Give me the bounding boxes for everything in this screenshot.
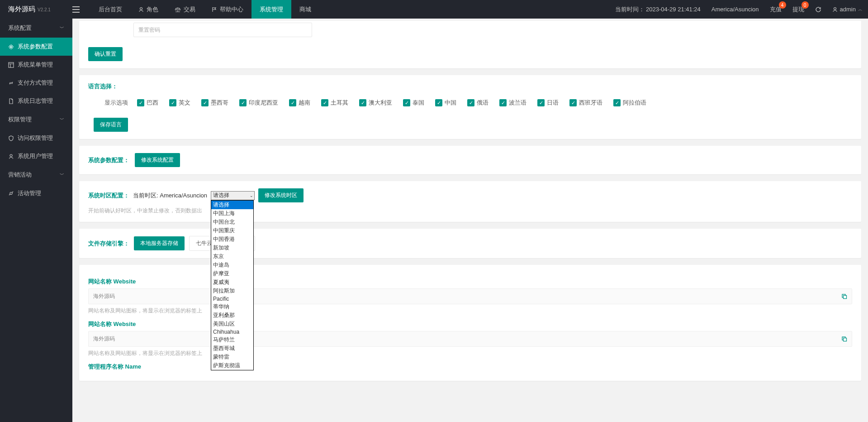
sidebar-item-menu[interactable]: 系统菜单管理 [0, 56, 72, 74]
lang-checkbox-item[interactable]: ✓土耳其 [321, 99, 348, 107]
user-icon [138, 7, 144, 12]
sidebar-item-params[interactable]: 系统参数配置 [0, 38, 72, 56]
lang-checkbox-item[interactable]: ✓澳大利亚 [359, 99, 392, 107]
nav-mall[interactable]: 商城 [291, 0, 319, 19]
timezone-option[interactable]: 东京 [211, 252, 253, 261]
header: 海外源码 V2.2.1 后台首页 角色 交易 帮助中心 系统管理 商城 当前时间… [0, 0, 868, 19]
sidebar-item-menu-label: 系统菜单管理 [18, 61, 53, 69]
sidebar-group-system[interactable]: 系统配置 ﹀ [0, 19, 72, 38]
checkbox-checked-icon: ✓ [201, 99, 209, 106]
timezone-option[interactable]: Chihuahua [211, 328, 253, 336]
lang-checkbox-item[interactable]: ✓泰国 [403, 99, 424, 107]
timezone-option[interactable]: 新加坡 [211, 244, 253, 252]
timezone-option[interactable]: 中途岛 [211, 261, 253, 269]
lang-checkbox-item[interactable]: ✓西班牙语 [569, 99, 602, 107]
lang-checkbox-item[interactable]: ✓巴西 [137, 99, 158, 107]
modify-params-button[interactable]: 修改系统配置 [135, 153, 180, 167]
sidebar-item-payment[interactable]: 支付方式管理 [0, 74, 72, 92]
svg-point-2 [10, 46, 12, 48]
sidebar-group-marketing[interactable]: 营销活动 ﹀ [0, 165, 72, 184]
timezone-option[interactable]: 美国山区 [211, 320, 253, 328]
storage-local-button[interactable]: 本地服务器存储 [134, 236, 185, 250]
timezone-option[interactable]: 阿拉斯加 [211, 287, 253, 295]
checkbox-checked-icon: ✓ [359, 99, 366, 106]
recharge-button[interactable]: 充值 4 [764, 0, 787, 19]
sidebar-item-access[interactable]: 访问权限管理 [0, 129, 72, 147]
svg-rect-6 [844, 296, 847, 299]
nav-role[interactable]: 角色 [130, 0, 166, 19]
timezone-title: 系统时区配置： [88, 192, 129, 200]
timezone-option[interactable]: 蒂华纳 [211, 302, 253, 311]
lang-checkbox-item[interactable]: ✓俄语 [467, 99, 489, 107]
checkbox-checked-icon: ✓ [289, 99, 296, 106]
timezone-option[interactable]: Pacific [211, 295, 253, 302]
nav-trade[interactable]: 交易 [166, 0, 204, 19]
link-icon [8, 191, 14, 197]
nav-system[interactable]: 系统管理 [251, 0, 291, 19]
recharge-badge: 4 [779, 1, 786, 9]
copy-icon[interactable] [841, 293, 847, 299]
timezone-option[interactable]: 中国台北 [211, 218, 253, 226]
nav-home[interactable]: 后台首页 [90, 0, 130, 19]
timezone-select[interactable]: 请选择 ⌄ [211, 191, 255, 200]
user-menu[interactable]: admin ︿ [827, 0, 868, 19]
timezone-option[interactable]: 中国重庆 [211, 226, 253, 235]
lang-label: 巴西 [147, 99, 158, 107]
lang-checkbox-item[interactable]: ✓波兰语 [499, 99, 526, 107]
sidebar-item-logs-label: 系统日志管理 [18, 97, 53, 105]
timezone-option[interactable]: 中国上海 [211, 209, 253, 218]
svg-point-4 [10, 154, 12, 157]
sidebar-item-logs[interactable]: 系统日志管理 [0, 92, 72, 110]
sidebar-item-users[interactable]: 系统用户管理 [0, 147, 72, 165]
timezone-option[interactable]: 蒙特雷 [211, 353, 253, 361]
nav-help[interactable]: 帮助中心 [204, 0, 251, 19]
save-language-button[interactable]: 保存语言 [94, 118, 128, 132]
time-value: 2023-04-29 21:41:24 [646, 6, 701, 13]
timezone-display: America/Asuncion [706, 0, 764, 19]
timezone-option[interactable]: 萨斯克彻温 [211, 361, 253, 370]
sidebar-item-params-label: 系统参数配置 [18, 43, 53, 51]
timezone-option[interactable]: 萨摩亚 [211, 269, 253, 278]
website-input-1[interactable]: 海外源码 [88, 288, 852, 304]
lang-label: 澳大利亚 [369, 99, 392, 107]
withdraw-button[interactable]: 提现 0 [787, 0, 810, 19]
storage-title: 文件存储引擎： [88, 240, 129, 248]
sidebar-group-permission[interactable]: 权限管理 ﹀ [0, 110, 72, 129]
timezone-option[interactable]: 墨西哥城 [211, 344, 253, 353]
website-card: 网站名称 Website 海外源码 网站名称及网站图标，将显示在浏览器的标签上 … [79, 265, 861, 381]
timezone-value: America/Asuncion [711, 6, 759, 13]
sidebar: 系统配置 ﹀ 系统参数配置 系统菜单管理 支付方式管理 系统日志管理 权限管理 … [0, 19, 72, 394]
reset-password-input[interactable]: 重置密码 [133, 23, 312, 37]
sidebar-item-activity[interactable]: 活动管理 [0, 184, 72, 202]
refresh-button[interactable] [810, 0, 827, 19]
lang-checkbox-item[interactable]: ✓中国 [435, 99, 456, 107]
timezone-option[interactable]: 亚利桑那 [211, 311, 253, 320]
svg-rect-3 [9, 62, 14, 67]
website-input-2[interactable]: 海外源码 [88, 331, 852, 347]
lang-label: 西班牙语 [579, 99, 602, 107]
lang-label: 越南 [299, 99, 310, 107]
lang-checkbox-item[interactable]: ✓印度尼西亚 [239, 99, 278, 107]
timezone-dropdown[interactable]: 请选择中国上海中国台北中国重庆中国香港新加坡东京中途岛萨摩亚夏威夷阿拉斯加Pac… [211, 200, 254, 370]
lang-checkbox-item[interactable]: ✓越南 [289, 99, 310, 107]
sidebar-item-access-label: 访问权限管理 [18, 134, 53, 142]
lang-checkbox-item[interactable]: ✓英文 [169, 99, 190, 107]
chevron-down-icon: ﹀ [60, 116, 64, 123]
timezone-option[interactable]: 马萨特兰 [211, 336, 253, 344]
lang-checkbox-item[interactable]: ✓墨西哥 [201, 99, 228, 107]
chevron-down-icon: ﹀ [60, 25, 64, 31]
modify-timezone-button[interactable]: 修改系统时区 [258, 188, 304, 202]
timezone-option[interactable]: 夏威夷 [211, 278, 253, 287]
sidebar-item-payment-label: 支付方式管理 [18, 79, 53, 87]
nav-role-label: 角色 [147, 5, 158, 14]
copy-icon[interactable] [841, 336, 847, 342]
lang-label: 印度尼西亚 [249, 99, 278, 107]
lang-checkbox-item[interactable]: ✓阿拉伯语 [613, 99, 646, 107]
link-icon [8, 80, 14, 86]
timezone-option[interactable]: 请选择 [211, 201, 253, 209]
lang-checkbox-item[interactable]: ✓日语 [537, 99, 559, 107]
website-hint-1: 网站名称及网站图标，将显示在浏览器的标签上 [88, 307, 852, 315]
timezone-option[interactable]: 中国香港 [211, 235, 253, 244]
sidebar-toggle-button[interactable] [72, 6, 90, 13]
confirm-reset-button[interactable]: 确认重置 [88, 47, 123, 61]
